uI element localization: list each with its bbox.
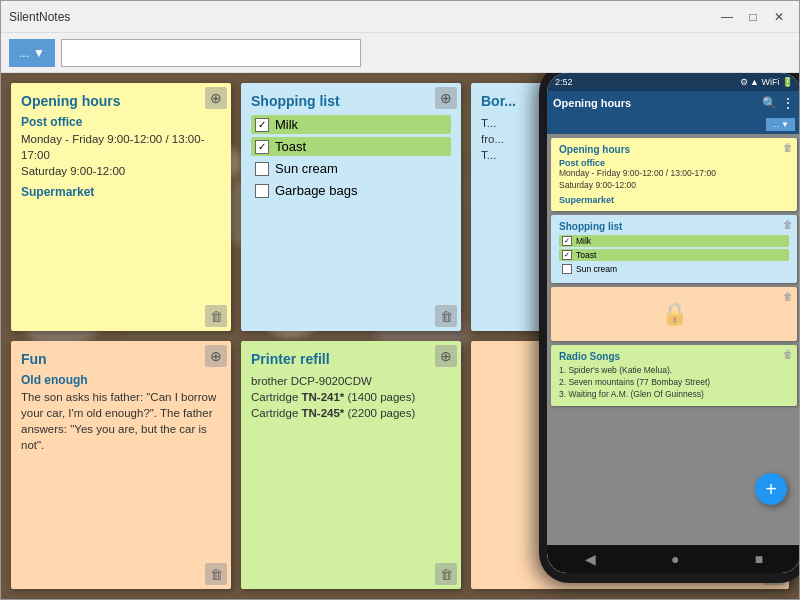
app-title: SilentNotes xyxy=(9,10,715,24)
phone-screen: 2:52 ⚙ ▲ WiFi 🔋 Opening hours 🔍 ⋮ ... ▼ xyxy=(547,73,799,573)
phone-delete-icon[interactable]: 🗑 xyxy=(783,349,793,360)
phone-home-icon[interactable]: ● xyxy=(671,551,679,567)
phone-time: 2:52 xyxy=(555,77,573,87)
checkbox-suncream[interactable] xyxy=(255,162,269,176)
checkbox-milk[interactable]: ✓ xyxy=(255,118,269,132)
note-text-hours1: Monday - Friday 9:00-12:00 / 13:00-17:00 xyxy=(21,131,221,163)
phone-note-subtitle: Post office xyxy=(559,158,789,168)
check-label-garbagebags: Garbage bags xyxy=(275,183,357,198)
note-title: Fun xyxy=(21,351,221,367)
window-controls: — □ ✕ xyxy=(715,7,791,27)
phone-delete-icon[interactable]: 🗑 xyxy=(783,142,793,153)
check-label-suncream: Sun cream xyxy=(275,161,338,176)
phone-check-label-milk: Milk xyxy=(576,236,591,246)
note-subtitle-supermarket: Supermarket xyxy=(21,185,221,199)
minimize-button[interactable]: — xyxy=(715,7,739,27)
phone-more-icon[interactable]: ⋮ xyxy=(781,95,795,111)
note-title: Opening hours xyxy=(21,93,221,109)
phone-toolbar: ... ▼ xyxy=(547,115,799,134)
menu-dropdown-button[interactable]: ... ▼ xyxy=(9,39,55,67)
check-item-toast[interactable]: ✓ Toast xyxy=(251,137,451,156)
phone-check-label-suncream: Sun cream xyxy=(576,264,617,274)
check-label-toast: Toast xyxy=(275,139,306,154)
note-text-cartridge2: Cartridge TN-245* (2200 pages) xyxy=(251,405,451,421)
phone-check-label-toast: Toast xyxy=(576,250,596,260)
move-button[interactable]: ⊕ xyxy=(205,345,227,367)
phone-note-title: Shopping list xyxy=(559,221,789,232)
delete-button[interactable]: 🗑 xyxy=(205,563,227,585)
move-button[interactable]: ⊕ xyxy=(435,345,457,367)
phone-delete-icon[interactable]: 🗑 xyxy=(783,291,793,302)
note-text-hours2: Saturday 9:00-12:00 xyxy=(21,163,221,179)
phone-dropdown-button[interactable]: ... ▼ xyxy=(766,118,795,131)
phone-check-toast[interactable]: ✓ Toast xyxy=(559,249,789,261)
phone-recents-icon[interactable]: ■ xyxy=(755,551,763,567)
phone-radio-song1: 1. Spider's web (Katie Melua). xyxy=(559,365,789,377)
phone-note-opening-hours[interactable]: 🗑 Opening hours Post office Monday - Fri… xyxy=(551,138,797,211)
delete-button[interactable]: 🗑 xyxy=(205,305,227,327)
note-text-cartridge1: Cartridge TN-241* (1400 pages) xyxy=(251,389,451,405)
phone-note-text1: Monday - Friday 9:00-12:00 / 13:00-17:00 xyxy=(559,168,789,180)
note-fun[interactable]: ⊕ Fun Old enough The son asks his father… xyxy=(11,341,231,589)
phone-appbar: Opening hours 🔍 ⋮ xyxy=(547,91,799,115)
phone-radio-song3: 3. Waiting for A.M. (Glen Of Guinness) xyxy=(559,389,789,401)
phone-note-subtitle2: Supermarket xyxy=(559,195,789,205)
check-label-milk: Milk xyxy=(275,117,298,132)
toolbar: ... ▼ xyxy=(1,33,799,73)
note-subtitle-oldenough: Old enough xyxy=(21,373,221,387)
move-button[interactable]: ⊕ xyxy=(205,87,227,109)
titlebar: SilentNotes — □ ✕ xyxy=(1,1,799,33)
checkbox-garbagebags[interactable] xyxy=(255,184,269,198)
note-opening-hours[interactable]: ⊕ Opening hours Post office Monday - Fri… xyxy=(11,83,231,331)
check-item-suncream[interactable]: Sun cream xyxy=(251,159,451,178)
note-subtitle-postoffice: Post office xyxy=(21,115,221,129)
note-title: Printer refill xyxy=(251,351,451,367)
note-text-fun: The son asks his father: "Can I borrow y… xyxy=(21,389,221,453)
maximize-button[interactable]: □ xyxy=(741,7,765,27)
phone-note-text2: Saturday 9:00-12:00 xyxy=(559,180,789,192)
phone-back-icon[interactable]: ◀ xyxy=(585,551,596,567)
phone-check-milk[interactable]: ✓ Milk xyxy=(559,235,789,247)
dropdown-chevron-icon: ▼ xyxy=(33,46,45,60)
check-item-milk[interactable]: ✓ Milk xyxy=(251,115,451,134)
phone-radio-song2: 2. Seven mountains (77 Bombay Street) xyxy=(559,377,789,389)
close-button[interactable]: ✕ xyxy=(767,7,791,27)
note-text-printer-model: brother DCP-9020CDW xyxy=(251,373,451,389)
phone-delete-icon[interactable]: 🗑 xyxy=(783,219,793,230)
note-title: Shopping list xyxy=(251,93,451,109)
menu-dropdown-label: ... xyxy=(19,46,29,60)
phone-check-suncream[interactable]: Sun cream xyxy=(559,263,789,275)
phone-statusbar: 2:52 ⚙ ▲ WiFi 🔋 xyxy=(547,73,799,91)
phone-note-title: Radio Songs xyxy=(559,351,789,362)
move-button[interactable]: ⊕ xyxy=(435,87,457,109)
phone-note-shopping-list[interactable]: 🗑 Shopping list ✓ Milk ✓ Toast Sun cr xyxy=(551,215,797,283)
phone-note-locked[interactable]: 🗑 🔒 xyxy=(551,287,797,341)
check-item-garbagebags[interactable]: Garbage bags xyxy=(251,181,451,200)
phone-navbar: ◀ ● ■ xyxy=(547,545,799,573)
search-input[interactable] xyxy=(61,39,361,67)
delete-button[interactable]: 🗑 xyxy=(435,563,457,585)
main-content: ⊕ Opening hours Post office Monday - Fri… xyxy=(1,73,799,599)
phone-note-title: Opening hours xyxy=(559,144,789,155)
phone-status-icons: ⚙ ▲ WiFi 🔋 xyxy=(740,77,793,87)
phone-search-icon[interactable]: 🔍 xyxy=(762,96,777,110)
phone-checkbox-toast[interactable]: ✓ xyxy=(562,250,572,260)
note-shopping-list[interactable]: ⊕ Shopping list ✓ Milk ✓ Toast Sun cream… xyxy=(241,83,461,331)
phone-mockup: 2:52 ⚙ ▲ WiFi 🔋 Opening hours 🔍 ⋮ ... ▼ xyxy=(539,73,799,583)
note-printer-refill[interactable]: ⊕ Printer refill brother DCP-9020CDW Car… xyxy=(241,341,461,589)
phone-appbar-title: Opening hours xyxy=(553,97,758,109)
app-window: SilentNotes — □ ✕ ... ▼ ⊕ Opening hours … xyxy=(0,0,800,600)
phone-note-radio-songs[interactable]: 🗑 Radio Songs 1. Spider's web (Katie Mel… xyxy=(551,345,797,407)
phone-checkbox-milk[interactable]: ✓ xyxy=(562,236,572,246)
phone-checkbox-suncream[interactable] xyxy=(562,264,572,274)
checkbox-toast[interactable]: ✓ xyxy=(255,140,269,154)
phone-fab-button[interactable]: + xyxy=(755,473,787,505)
delete-button[interactable]: 🗑 xyxy=(435,305,457,327)
phone-lock-icon: 🔒 xyxy=(559,293,789,335)
